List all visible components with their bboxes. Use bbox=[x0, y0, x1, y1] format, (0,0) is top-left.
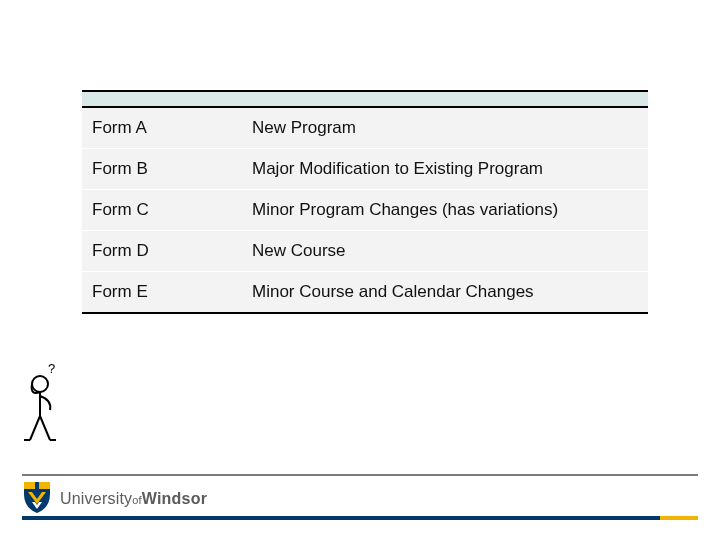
footer: UniversityofWindsor bbox=[0, 474, 720, 520]
cell-form: Form C bbox=[82, 190, 242, 231]
cell-desc: Minor Course and Calendar Changes bbox=[242, 272, 648, 314]
cell-desc: Major Modification to Existing Program bbox=[242, 149, 648, 190]
cell-desc: New Course bbox=[242, 231, 648, 272]
university-logo: UniversityofWindsor bbox=[22, 480, 207, 518]
svg-point-1 bbox=[32, 376, 48, 392]
table-row: Form C Minor Program Changes (has variat… bbox=[82, 190, 648, 231]
table-row: Form E Minor Course and Calendar Changes bbox=[82, 272, 648, 314]
logo-text-prefix: University bbox=[60, 490, 132, 507]
svg-line-4 bbox=[40, 416, 50, 440]
header-cell-desc bbox=[242, 91, 648, 107]
logo-text-name: Windsor bbox=[142, 490, 207, 507]
university-shield-icon bbox=[22, 480, 52, 518]
svg-text:?: ? bbox=[48, 362, 55, 376]
table-row: Form A New Program bbox=[82, 107, 648, 149]
cell-form: Form D bbox=[82, 231, 242, 272]
footer-accent bbox=[660, 516, 698, 520]
svg-rect-7 bbox=[35, 482, 39, 489]
header-cell-form bbox=[82, 91, 242, 107]
cell-form: Form A bbox=[82, 107, 242, 149]
forms-table: Form A New Program Form B Major Modifica… bbox=[82, 90, 648, 314]
svg-line-3 bbox=[30, 416, 40, 440]
table: Form A New Program Form B Major Modifica… bbox=[82, 90, 648, 314]
logo-text-of: of bbox=[132, 494, 142, 506]
thinking-person-icon: ? bbox=[18, 362, 70, 444]
footer-divider-bottom bbox=[22, 516, 698, 520]
cell-desc: Minor Program Changes (has variations) bbox=[242, 190, 648, 231]
cell-desc: New Program bbox=[242, 107, 648, 149]
table-row: Form B Major Modification to Existing Pr… bbox=[82, 149, 648, 190]
cell-form: Form E bbox=[82, 272, 242, 314]
university-name: UniversityofWindsor bbox=[60, 490, 207, 508]
cell-form: Form B bbox=[82, 149, 242, 190]
table-row: Form D New Course bbox=[82, 231, 648, 272]
table-header-row bbox=[82, 91, 648, 107]
footer-divider-top bbox=[22, 474, 698, 476]
